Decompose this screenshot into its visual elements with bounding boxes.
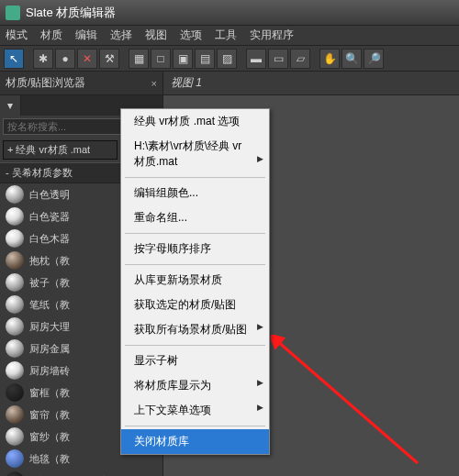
material-thumb-icon	[6, 273, 24, 292]
title-bar: Slate 材质编辑器	[0, 0, 459, 26]
material-label: 白色透明	[29, 188, 70, 202]
material-thumb-icon	[6, 361, 24, 380]
menu-separator	[125, 177, 265, 178]
menu-separator	[125, 426, 265, 426]
material-label: 厨房大理	[29, 320, 70, 334]
context-menu-item[interactable]: 经典 vr材质 .mat 选项	[121, 109, 269, 134]
tool-layout3[interactable]: ▱	[290, 49, 310, 69]
tool-delete[interactable]: ✕	[77, 49, 97, 69]
material-label: 地毯（教	[29, 452, 70, 466]
tool-select[interactable]: ↖	[4, 49, 24, 69]
material-label: 厨房墙砖	[29, 364, 70, 378]
panel-options-icon[interactable]: ▾	[0, 95, 21, 116]
tool-grid[interactable]: ▦	[129, 49, 149, 69]
material-thumb-icon	[6, 229, 24, 248]
menu-utility[interactable]: 实用程序	[250, 28, 294, 43]
menu-material[interactable]: 材质	[40, 28, 62, 43]
context-menu: 经典 vr材质 .mat 选项H:\素材\vr材质\经典 vr材质.mat编辑组…	[120, 108, 270, 455]
material-thumb-icon	[6, 185, 24, 204]
material-thumb-icon	[6, 405, 24, 424]
tool-layout2[interactable]: ▭	[268, 49, 288, 69]
material-label: 被子（教	[29, 276, 70, 290]
material-thumb-icon	[6, 207, 24, 226]
window-title: Slate 材质编辑器	[26, 5, 116, 21]
tool-box2[interactable]: ▣	[173, 49, 193, 69]
tool-sphere[interactable]: ●	[55, 49, 75, 69]
menu-tools[interactable]: 工具	[215, 28, 237, 43]
menu-separator	[125, 233, 265, 234]
context-menu-item[interactable]: 获取选定的材质/贴图	[121, 293, 269, 317]
menu-separator	[125, 264, 265, 265]
material-label: 窗帘（教	[29, 408, 70, 422]
material-thumb-icon	[6, 317, 24, 336]
context-menu-item[interactable]: 显示子树	[121, 349, 269, 373]
list-item[interactable]: 电视壳（教师公寓	[0, 470, 162, 476]
context-menu-item[interactable]: 重命名组...	[121, 205, 269, 230]
view-title[interactable]: 视图 1	[163, 72, 459, 95]
menu-edit[interactable]: 编辑	[75, 28, 97, 43]
menu-bar: 模式 材质 编辑 选择 视图 选项 工具 实用程序	[0, 26, 459, 46]
tool-hammer[interactable]: ⚒	[99, 49, 119, 69]
material-thumb-icon	[6, 449, 24, 468]
context-menu-item[interactable]: 按字母顺序排序	[121, 237, 269, 261]
material-thumb-icon	[6, 295, 24, 314]
material-thumb-icon	[6, 471, 24, 476]
material-thumb-icon	[6, 383, 24, 402]
material-thumb-icon	[6, 339, 24, 358]
material-label: 白色瓷器	[29, 210, 70, 224]
context-menu-item[interactable]: 将材质库显示为	[121, 373, 269, 398]
material-thumb-icon	[6, 251, 24, 270]
material-label: 笔纸（教	[29, 298, 70, 312]
tool-layout1[interactable]: ▬	[246, 49, 266, 69]
panel-title: 材质/贴图浏览器	[6, 75, 85, 91]
menu-view[interactable]: 视图	[145, 28, 167, 43]
toolbar: ↖ ✱ ● ✕ ⚒ ▦ □ ▣ ▤ ▨ ▬ ▭ ▱ ✋ 🔍 🔎	[0, 46, 459, 72]
tool-checker[interactable]: ▨	[217, 49, 237, 69]
context-menu-item[interactable]: 关闭材质库	[121, 429, 269, 454]
tool-box1[interactable]: □	[151, 49, 171, 69]
context-menu-item[interactable]: H:\素材\vr材质\经典 vr材质.mat	[121, 134, 269, 174]
menu-options[interactable]: 选项	[180, 28, 202, 43]
menu-separator	[125, 345, 265, 346]
app-icon	[6, 6, 20, 20]
context-menu-item[interactable]: 上下文菜单选项	[121, 398, 269, 423]
menu-mode[interactable]: 模式	[6, 28, 28, 43]
tool-zoom[interactable]: 🔍	[341, 49, 362, 69]
library-name: + 经典 vr材质 .mat	[3, 140, 118, 160]
tool-hand[interactable]: ✋	[319, 49, 340, 69]
tool-zoom2[interactable]: 🔎	[364, 49, 384, 69]
material-label: 窗纱（教	[29, 430, 70, 444]
material-label: 抱枕（教	[29, 254, 70, 268]
material-label: 厨房金属	[29, 342, 70, 356]
context-menu-item[interactable]: 编辑组颜色...	[121, 181, 269, 205]
panel-close-icon[interactable]: ×	[151, 78, 157, 89]
panel-header: 材质/贴图浏览器 ×	[0, 72, 162, 95]
material-label: 窗框（教	[29, 386, 70, 400]
material-label: 白色木器	[29, 232, 70, 246]
menu-select[interactable]: 选择	[110, 28, 132, 43]
tool-box3[interactable]: ▤	[195, 49, 215, 69]
tool-pick[interactable]: ✱	[33, 49, 53, 69]
material-thumb-icon	[6, 427, 24, 446]
context-menu-item[interactable]: 从库更新场景材质	[121, 268, 269, 293]
context-menu-item[interactable]: 获取所有场景材质/贴图	[121, 317, 269, 342]
